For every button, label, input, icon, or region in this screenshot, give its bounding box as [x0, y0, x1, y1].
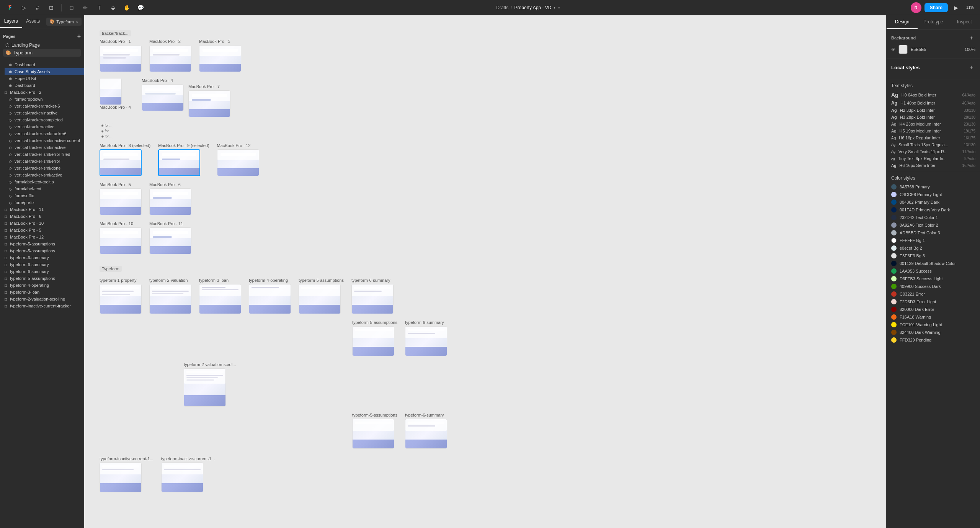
color-pending[interactable]: FFD329 Pending	[891, 336, 975, 344]
frame-tool-icon[interactable]: #	[32, 2, 43, 13]
frame-tf3[interactable]: typeform-3-loan	[199, 278, 241, 314]
layer-macbook-2[interactable]: □ MacBook Pro - 2	[0, 89, 84, 96]
color-primary-light[interactable]: C4CCF8 Primary Light	[891, 191, 975, 198]
frame-thumb-mb12[interactable]	[217, 149, 259, 176]
tab-prototype[interactable]: Prototype	[918, 15, 949, 29]
layer-vtsml-t6[interactable]: ◇ vertical-tracker-sml/tracker6	[5, 130, 84, 137]
frame-thumb-mb8[interactable]	[100, 149, 142, 176]
frame-thumb-tfia1[interactable]	[100, 463, 142, 492]
text-style-h4[interactable]: Ag H4 23px Medium Inter 23/130	[891, 121, 975, 128]
text-tool-icon[interactable]: T	[94, 2, 105, 13]
tracker-item-3[interactable]: ◈ for...	[100, 134, 113, 139]
color-success-light[interactable]: D3FFB3 Success Light	[891, 275, 975, 283]
color-primary[interactable]: 3A5768 Primary	[891, 183, 975, 191]
frame-tf5-r4[interactable]: typeform-5-assumptions	[352, 413, 397, 449]
layer-tf-inactive[interactable]: □ typeform-inactive-current-tracker	[0, 302, 84, 309]
frame-thumb-mb2[interactable]	[149, 45, 191, 72]
layer-form-suffix[interactable]: ◇ form/suffix	[5, 192, 84, 199]
layer-vtsml-error[interactable]: ◇ vertical-tracker-sml/error	[5, 158, 84, 165]
frame-thumb-tf5[interactable]	[299, 284, 341, 314]
frame-mb9-sel[interactable]: MacBook Pro - 9 (selected)	[158, 143, 209, 176]
layer-tf4o[interactable]: □ typeform-4-operating	[0, 282, 84, 289]
frame-mb4[interactable]: MacBook Pro - 4	[100, 78, 131, 111]
color-bg1[interactable]: FFFFFF Bg 1	[891, 237, 975, 244]
share-button[interactable]: Share	[924, 3, 948, 12]
layer-case-study[interactable]: ⊕ Case Study Assets	[5, 68, 84, 75]
color-primary-dark[interactable]: 004882 Primary Dark	[891, 198, 975, 206]
frame-thumb-mb4-a[interactable]	[100, 78, 122, 105]
layer-macbook-6[interactable]: □ MacBook Pro - 6	[0, 213, 84, 220]
background-color-swatch[interactable]	[898, 45, 908, 54]
frame-mb8-sel[interactable]: MacBook Pro - 8 (selected)	[100, 143, 150, 176]
frame-thumb-mb11[interactable]	[149, 227, 191, 254]
frame-tf6-r4[interactable]: typeform-6-summary	[405, 413, 447, 449]
scale-tool-icon[interactable]: ⊡	[46, 2, 57, 13]
frame-thumb-tf2[interactable]	[149, 284, 191, 314]
frame-thumb-mb3[interactable]	[199, 45, 241, 72]
frame-tfia-1[interactable]: typeform-inactive-current-1...	[100, 456, 154, 492]
frame-tf1[interactable]: typeform-1-property	[100, 278, 142, 314]
frame-mb7[interactable]: MacBook Pro - 7	[188, 84, 230, 117]
frame-tf6[interactable]: typeform-6-summary	[351, 278, 394, 314]
frame-thumb-tf5r4[interactable]	[352, 419, 394, 449]
frame-tfia-2[interactable]: typeform-inactive-current-1...	[161, 456, 215, 492]
layer-tf3l[interactable]: □ typeform-3-loan	[0, 289, 84, 296]
background-hex-value[interactable]: E5E5E5	[911, 47, 962, 52]
layer-vtsml-ic[interactable]: ◇ vertical-tracker-sml/inactive-current	[5, 137, 84, 144]
text-style-h2[interactable]: Ag H2 33px Bold Inter 33/130	[891, 107, 975, 114]
frame-thumb-tf6r4[interactable]	[405, 419, 447, 449]
color-dark-error[interactable]: 820000 Dark Error	[891, 306, 975, 313]
shape-tool-icon[interactable]: □	[66, 2, 77, 13]
comment-tool-icon[interactable]: 💬	[135, 2, 146, 13]
layer-form-label-tt[interactable]: ◇ form/label-text-tooltip	[5, 178, 84, 185]
frame-thumb-tf6[interactable]	[351, 284, 394, 314]
layer-macbook-11[interactable]: □ MacBook Pro - 11	[0, 206, 84, 213]
tracker-item-2[interactable]: ◈ for...	[100, 129, 113, 133]
layer-tf6s-1[interactable]: □ typeform-6-summary	[0, 254, 84, 261]
layer-tf2vs[interactable]: □ typeform-2-valuation-scrolling	[0, 296, 84, 302]
layer-form-label-t[interactable]: ◇ form/label-text	[5, 185, 84, 192]
frame-tf2[interactable]: typeform-2-valuation	[149, 278, 191, 314]
canvas[interactable]: tracker/track... MacBook Pro - 1	[84, 15, 886, 528]
eye-icon[interactable]: 👁	[891, 47, 895, 52]
text-style-h1[interactable]: Ag H1 40px Bold Inter 40/Auto	[891, 99, 975, 107]
text-style-h6[interactable]: Ag H6 16px Regular Inter 16/175	[891, 134, 975, 141]
color-shadow[interactable]: 001129 Default Shadow Color	[891, 260, 975, 267]
file-tab[interactable]: 🎨 Typeform ✕	[46, 18, 82, 26]
color-error-light[interactable]: F2D6D3 Error Light	[891, 298, 975, 306]
tracker-item-1[interactable]: ◈ for...	[100, 123, 113, 128]
frame-tf5[interactable]: typeform-5-assumptions	[299, 278, 344, 314]
frame-thumb-mb6[interactable]	[149, 188, 191, 215]
page-item-landing[interactable]: ⬡ Landing Page	[3, 41, 81, 49]
frame-tf4[interactable]: typeform-4-operating	[249, 278, 291, 314]
frame-thumb-mb7[interactable]	[188, 90, 230, 117]
text-style-h0[interactable]: Ag H0 64px Bold Inter 64/Auto	[891, 91, 975, 99]
add-background-button[interactable]: +	[968, 34, 975, 42]
add-page-button[interactable]: +	[77, 33, 81, 40]
layer-vt-inactive[interactable]: ◇ vertical-tracker/inactive	[5, 110, 84, 116]
frame-mb3[interactable]: MacBook Pro - 3	[199, 39, 241, 72]
resource-tool-icon[interactable]: ⬙	[108, 2, 118, 13]
layer-dashboard2[interactable]: ⊕ Dashboard	[5, 82, 84, 89]
move-tool-icon[interactable]: ▷	[18, 2, 29, 13]
layer-vt-completed[interactable]: ◇ vertical-tracker/completed	[5, 116, 84, 123]
breadcrumb-file[interactable]: Property App - VD	[514, 5, 552, 10]
frame-thumb-tf6r2[interactable]	[405, 326, 447, 356]
frame-thumb-mb9[interactable]	[158, 149, 200, 176]
background-opacity-value[interactable]: 100%	[965, 47, 975, 52]
add-local-style-button[interactable]: +	[968, 64, 975, 71]
frame-tf2vs[interactable]: typeform-2-valuation-scrol...	[184, 362, 236, 407]
layer-dashboard[interactable]: ⊕ Dashboard	[5, 61, 84, 68]
layer-vtsml-inactive[interactable]: ◇ vertical-tracker-sml/inactive	[5, 144, 84, 151]
frame-tf6-r2[interactable]: typeform-6-summary	[405, 320, 447, 356]
tab-design[interactable]: Design	[887, 15, 918, 29]
frame-mb11[interactable]: MacBook Pro - 11	[149, 221, 191, 254]
frame-thumb-tf2vs[interactable]	[184, 368, 226, 407]
layer-tf6s-2[interactable]: □ typeform-6-summary	[0, 261, 84, 268]
layer-vtsml-error-filled[interactable]: ◇ vertical-tracker-sml/error-filled	[5, 151, 84, 158]
color-warning[interactable]: F16A18 Warning	[891, 313, 975, 321]
layer-macbook-5[interactable]: □ MacBook Pro - 5	[0, 227, 84, 234]
color-text3[interactable]: ADB5BD Text Color 3	[891, 229, 975, 237]
layer-hope-ui[interactable]: ⊕ Hope UI Kit	[5, 75, 84, 82]
frame-thumb-mb1[interactable]	[100, 45, 142, 72]
